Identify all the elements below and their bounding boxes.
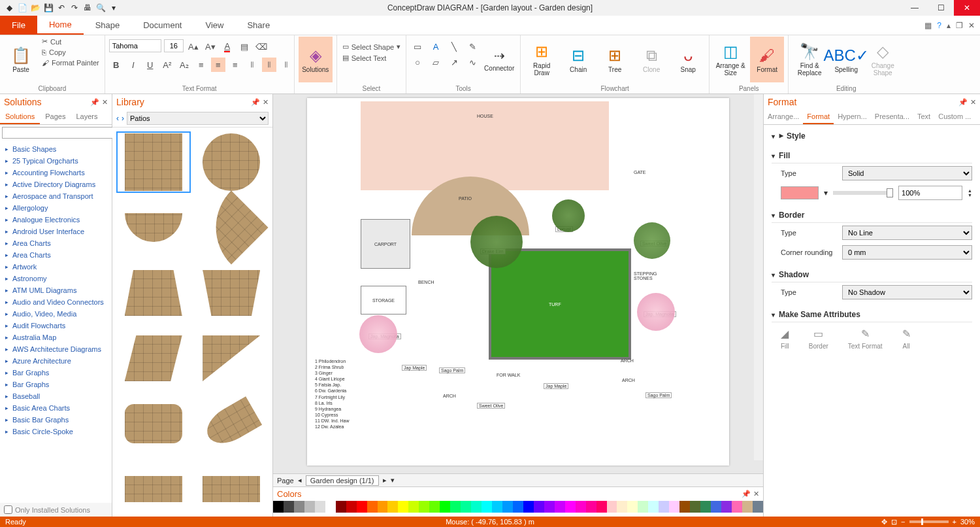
close-panel-icon[interactable]: ✕ (102, 98, 108, 107)
color-swatches[interactable] (273, 501, 763, 513)
pan-icon[interactable]: ✥ (881, 518, 887, 526)
align-center-icon[interactable]: ≡ (211, 58, 225, 72)
open-icon[interactable]: 📂 (30, 3, 41, 13)
align-left-icon[interactable]: ≡ (194, 58, 208, 72)
arrange-size-button[interactable]: ◫Arrange & Size (713, 37, 747, 82)
page-tab[interactable]: Garden design (1/1) (306, 475, 379, 486)
tree-drake-elm[interactable] (470, 216, 523, 268)
clone-button[interactable]: ⧉Clone (634, 37, 668, 82)
tree-locust[interactable] (552, 199, 585, 232)
swatch[interactable] (576, 501, 586, 513)
font-shrink-icon[interactable]: A▾ (203, 39, 218, 54)
solution-item[interactable]: Audit Flowcharts (0, 320, 112, 332)
swatch[interactable] (408, 501, 419, 513)
line-tool-icon[interactable]: ╲ (447, 39, 461, 54)
swatch[interactable] (565, 501, 576, 513)
pin-icon[interactable]: 📌 (251, 98, 260, 107)
swatch[interactable] (721, 501, 732, 513)
solution-item[interactable]: Artwork (0, 261, 112, 273)
solution-item[interactable]: Australia Map (0, 332, 112, 343)
opacity-slider[interactable] (887, 188, 893, 197)
solution-item[interactable]: Android User Interface (0, 226, 112, 237)
fill-type-select[interactable]: Solid (842, 166, 972, 180)
solution-item[interactable]: Audio, Video, Media (0, 308, 112, 320)
swatch[interactable] (440, 501, 450, 513)
swatch[interactable] (555, 501, 565, 513)
solution-item[interactable]: AWS Architecture Diagrams (0, 343, 112, 355)
swatch[interactable] (732, 501, 742, 513)
fit-icon[interactable]: ⊡ (891, 518, 897, 526)
swatch[interactable] (659, 501, 669, 513)
close-panel-icon[interactable]: ✕ (263, 98, 269, 107)
swatch[interactable] (482, 501, 492, 513)
swatch[interactable] (753, 501, 763, 513)
shape-patio-square[interactable] (118, 133, 189, 192)
page-dropdown-icon[interactable]: ▾ (391, 476, 395, 484)
tab-presentation[interactable]: Presenta... (871, 110, 913, 124)
find-replace-button[interactable]: 🔭Find & Replace (792, 37, 826, 82)
style-section-header[interactable]: ▾Style (772, 129, 972, 143)
canvas-scroll[interactable]: HOUSE PATIO CARPORT STORAGE BENCH TURF G… (273, 94, 763, 473)
rapid-draw-button[interactable]: ⊞Rapid Draw (525, 37, 559, 82)
chain-button[interactable]: ⊟Chain (561, 37, 595, 82)
shadow-section-header[interactable]: Shadow (772, 267, 972, 282)
pin-icon[interactable]: 📌 (742, 490, 751, 498)
shape-patio-trapezoid1[interactable] (118, 264, 189, 322)
swatch[interactable] (596, 501, 607, 513)
shape-patio-circle[interactable] (196, 133, 268, 192)
swatch[interactable] (742, 501, 753, 513)
shape-patio-extra1[interactable] (118, 460, 189, 517)
swatch[interactable] (450, 501, 461, 513)
opacity-input[interactable] (898, 186, 962, 200)
tab-format[interactable]: Format (803, 110, 834, 124)
tab-document[interactable]: Document (131, 16, 193, 35)
swatch[interactable] (273, 501, 284, 513)
zoom-slider[interactable] (909, 520, 949, 523)
child-close-icon[interactable]: ✕ (968, 21, 975, 30)
solution-item[interactable]: Astronomy (0, 273, 112, 284)
swatch[interactable] (346, 501, 357, 513)
solutions-list[interactable]: Basic Shapes25 Typical OrgchartsAccounti… (0, 141, 112, 503)
callout-tool-icon[interactable]: ▱ (429, 55, 443, 69)
swatch[interactable] (387, 501, 398, 513)
solution-item[interactable]: Azure Architecture (0, 355, 112, 367)
lib-prev-icon[interactable]: ‹ (116, 114, 119, 123)
solution-item[interactable]: Area Charts (0, 249, 112, 261)
tab-shape[interactable]: Shape (84, 16, 132, 35)
tree-jap-magnolia[interactable] (637, 293, 675, 331)
msa-border-button[interactable]: ▭Border (809, 328, 828, 350)
solution-item[interactable]: Bar Graphs (0, 367, 112, 379)
select-shape-button[interactable]: ▭ Select Shape ▾ (341, 42, 402, 52)
minimize-button[interactable]: — (902, 0, 928, 16)
spin-up-icon[interactable]: ▲ (968, 188, 972, 193)
collapse-ribbon-icon[interactable]: ▴ (947, 21, 951, 30)
lib-next-icon[interactable]: › (122, 114, 124, 123)
swatch[interactable] (357, 501, 367, 513)
redo-icon[interactable]: ↷ (69, 3, 80, 13)
connector-button[interactable]: ⇢Connector (482, 37, 516, 82)
zoom-out-icon[interactable]: − (901, 518, 905, 526)
shadow-type-select[interactable]: No Shadow (842, 285, 972, 299)
rect-tool-icon[interactable]: ▭ (410, 39, 425, 54)
solution-item[interactable]: Active Directory Diagrams (0, 178, 112, 190)
solution-item[interactable]: Bar Graphs (0, 379, 112, 390)
spin-down-icon[interactable]: ▼ (968, 193, 972, 197)
pin-icon[interactable]: 📌 (958, 98, 968, 107)
page-add-icon[interactable]: ▸ (383, 476, 387, 484)
shape-patio-paral[interactable] (118, 329, 189, 388)
border-type-select[interactable]: No Line (842, 226, 972, 240)
pen-tool-icon[interactable]: ✎ (465, 39, 480, 54)
snap-button[interactable]: ᴗSnap (671, 37, 705, 82)
swatch[interactable] (627, 501, 638, 513)
msa-section-header[interactable]: Make Same Attributes (772, 307, 972, 322)
tab-solutions[interactable]: Solutions (0, 110, 40, 124)
swatch[interactable] (304, 501, 315, 513)
tab-home[interactable]: Home (37, 16, 84, 35)
bold-icon[interactable]: B (109, 58, 123, 72)
swatch[interactable] (294, 501, 304, 513)
library-shapes[interactable] (112, 128, 272, 517)
swatch[interactable] (700, 501, 711, 513)
superscript-icon[interactable]: A² (160, 58, 174, 72)
tree-button[interactable]: ⊞Tree (598, 37, 632, 82)
swatch[interactable] (523, 501, 534, 513)
